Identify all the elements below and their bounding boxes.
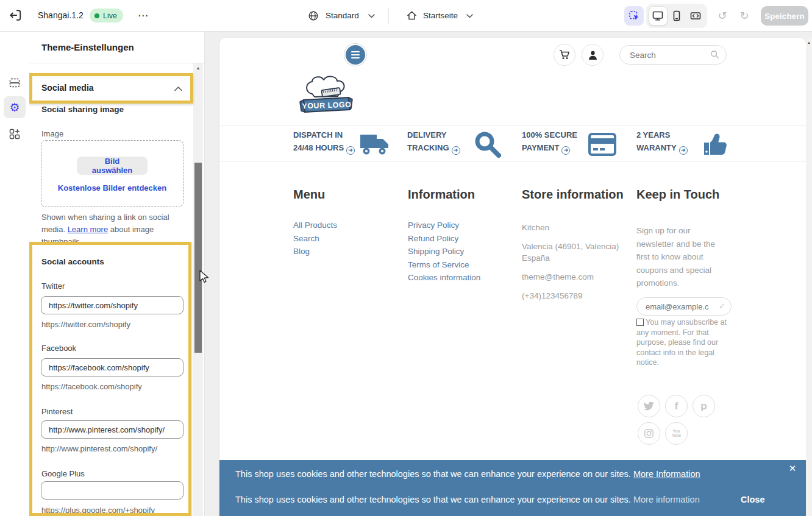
unsubscribe-note-text: You may unsubscribe at any moment. For t… (636, 318, 727, 367)
page-selector[interactable]: Startseite (423, 11, 458, 20)
twitter-helper: https://twitter.com/shopify (41, 320, 130, 329)
footer-information-title: Information (408, 188, 475, 202)
fullwidth-preview-button[interactable] (686, 6, 705, 26)
feature-strip: DISPATCH IN 24/48 HOURS➜ DELIVERY TRACKI… (219, 125, 806, 162)
panel-scrollbar-thumb[interactable] (194, 163, 202, 353)
feature-payment[interactable]: 100% SECURE PAYMENT➜ (522, 125, 617, 162)
arrow-circle-icon: ➜ (679, 146, 688, 155)
cart-icon (559, 49, 570, 60)
exit-icon (9, 9, 22, 22)
truck-icon (359, 132, 391, 157)
twitter-social-button[interactable] (638, 395, 660, 417)
locale-selector[interactable]: Standard (326, 11, 359, 20)
preview-scrollbar[interactable]: ▲ (806, 38, 812, 516)
cart-button[interactable] (554, 44, 575, 66)
cookie-close-button[interactable]: Close (741, 495, 765, 504)
more-information-link-2[interactable]: More information (633, 495, 700, 504)
mobile-preview-button[interactable] (668, 6, 686, 26)
scroll-up-arrow-icon[interactable]: ▲ (806, 41, 812, 44)
footer-menu-title: Menu (293, 188, 325, 202)
youtube-icon: YouTube (672, 429, 681, 437)
magnifier-icon (473, 131, 501, 158)
footer-link[interactable]: Refund Policy (408, 234, 458, 243)
user-icon (588, 50, 598, 60)
chef-hat-logo-icon: YOUR LOGO (299, 74, 354, 121)
footer-link[interactable]: Blog (293, 247, 310, 256)
facebook-social-button[interactable]: f (665, 395, 688, 417)
panel-scrollbar[interactable]: ▲ (193, 63, 203, 516)
footer-link[interactable]: Terms of Service (408, 260, 469, 269)
chevron-down-icon (466, 14, 473, 18)
cookie-banner: ✕ This shop uses cookies and other techn… (219, 460, 806, 516)
live-status-badge: Live (90, 9, 123, 23)
instagram-icon (644, 428, 654, 439)
facebook-url-input[interactable] (41, 358, 183, 376)
thumbs-up-icon (702, 132, 729, 157)
apps-icon (9, 128, 21, 140)
footer-link[interactable]: All Products (293, 221, 337, 230)
select-image-button[interactable]: Bild auswählen (77, 157, 148, 175)
feature-warranty[interactable]: 2 YEARS WARANTY➜ (636, 125, 729, 162)
inspect-cursor-icon (628, 10, 640, 22)
cookie-text-2: This shop uses cookies and other technol… (235, 495, 633, 504)
cookie-close-icon[interactable]: ✕ (786, 463, 799, 475)
storefront-preview: YOUR LOGO DISPATCH IN 24/48 HOURS➜ DELIV… (219, 38, 806, 516)
googleplus-url-input[interactable] (41, 481, 183, 500)
editor-rail: ⚙ (0, 32, 29, 516)
feature-line1: 100% SECURE (522, 130, 577, 140)
googleplus-label: Google Plus (41, 469, 85, 478)
desktop-preview-button[interactable] (649, 6, 668, 26)
social-sharing-title: Social sharing image (41, 105, 124, 114)
youtube-social-button[interactable]: YouTube (665, 422, 688, 445)
footer-link[interactable]: Privacy Policy (408, 221, 459, 230)
panel-title: Theme-Einstellungen (29, 32, 204, 63)
theme-settings-tab-button[interactable]: ⚙ (4, 96, 26, 118)
footer-link[interactable]: Search (293, 234, 319, 243)
logo-text: YOUR LOGO (302, 101, 351, 111)
free-images-link[interactable]: Kostenlose Bilder entdecken (41, 183, 183, 193)
feature-dispatch[interactable]: DISPATCH IN 24/48 HOURS➜ (293, 125, 391, 162)
twitter-icon (644, 401, 654, 411)
scroll-up-arrow-icon[interactable]: ▲ (193, 66, 203, 70)
unsubscribe-note: You may unsubscribe at any moment. For t… (636, 317, 734, 368)
instagram-social-button[interactable] (638, 422, 660, 445)
sections-tab-button[interactable] (4, 72, 26, 94)
feature-line2: 24/48 HOURS (293, 143, 344, 152)
shop-logo[interactable]: YOUR LOGO (299, 74, 354, 121)
undo-button[interactable]: ↺ (716, 10, 729, 23)
feature-tracking[interactable]: DELIVERY TRACKING➜ (407, 125, 501, 162)
footer-link[interactable]: Cookies information (408, 273, 480, 282)
save-button[interactable]: Speichern (761, 6, 808, 26)
account-button[interactable] (582, 44, 604, 66)
twitter-url-input[interactable] (41, 296, 183, 314)
footer-keepintouch-title: Keep in Touch (636, 188, 719, 202)
cookie-message-1: This shop uses cookies and other technol… (235, 469, 700, 479)
pinterest-social-button[interactable]: p (693, 395, 715, 417)
device-preview-segmented-control (646, 4, 707, 28)
mobile-menu-button[interactable] (344, 44, 366, 66)
cookie-text-1: This shop uses cookies and other technol… (235, 469, 633, 479)
newsletter-email-input[interactable] (636, 297, 732, 316)
store-line: Kitchen (522, 222, 619, 233)
chevron-up-icon[interactable] (174, 87, 182, 91)
image-upload-dropzone[interactable]: Bild auswählen Kostenlose Bilder entdeck… (41, 140, 183, 207)
search-box (619, 45, 727, 65)
footer-link[interactable]: Shipping Policy (408, 247, 464, 256)
more-actions-button[interactable]: ⋯ (135, 7, 151, 23)
redo-button[interactable]: ↻ (738, 10, 751, 23)
sharing-help-text: Shown when sharing a link on social medi… (41, 211, 182, 242)
learn-more-link[interactable]: Learn more (68, 225, 108, 234)
newsletter-consent-checkbox[interactable] (636, 319, 644, 326)
store-information-block: Kitchen Valencia (46901, Valencia) Españ… (522, 222, 619, 309)
apps-tab-button[interactable] (4, 123, 26, 145)
inspector-toggle-button[interactable] (624, 6, 644, 26)
exit-editor-button[interactable] (9, 9, 23, 23)
home-icon (406, 10, 418, 21)
more-information-link[interactable]: More Information (633, 469, 700, 479)
search-icon[interactable] (710, 50, 719, 59)
pinterest-url-input[interactable] (41, 420, 183, 439)
sections-icon (9, 77, 21, 89)
store-line: Valencia (46901, Valencia) España (522, 241, 619, 264)
social-media-section-header[interactable]: Social media (41, 83, 94, 93)
footer-store-title: Store information (522, 188, 624, 202)
